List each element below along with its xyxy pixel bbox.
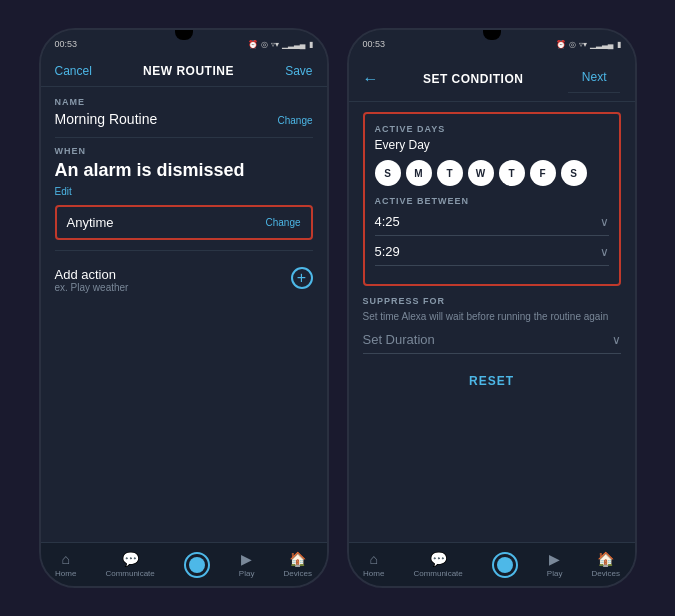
- days-row: S M T W T F S: [375, 160, 609, 186]
- reset-button[interactable]: RESET: [363, 364, 621, 392]
- devices-icon-2: 🏠: [597, 551, 614, 567]
- phone-2: 00:53 ⏰ ◎ ▿▾ ▁▂▃▄ ▮ ← SET CONDITION Next…: [347, 28, 637, 588]
- nav-play-label-1: Play: [239, 569, 255, 578]
- battery-icon-2: ▮: [617, 40, 621, 49]
- alexa-inner-1: [189, 557, 205, 573]
- alarm-text: An alarm is dismissed: [55, 160, 313, 182]
- status-icons-2: ⏰ ◎ ▿▾ ▁▂▃▄ ▮: [556, 40, 621, 49]
- every-day-text: Every Day: [375, 138, 609, 152]
- divider-1: [55, 137, 313, 138]
- day-friday[interactable]: F: [530, 160, 556, 186]
- chevron-down-icon-3: ∨: [612, 333, 621, 347]
- location-icon-2: ◎: [569, 40, 576, 49]
- nav-communicate-1[interactable]: 💬 Communicate: [105, 551, 154, 578]
- nav-play-2[interactable]: ▶ Play: [547, 551, 563, 578]
- screen1-title: NEW ROUTINE: [143, 64, 234, 78]
- home-icon-2: ⌂: [369, 551, 377, 567]
- nav-home-2[interactable]: ⌂ Home: [363, 551, 384, 578]
- active-days-active-between-box: ACTIVE DAYS Every Day S M T W T F S ACTI…: [363, 112, 621, 286]
- time-value-2: 5:29: [375, 244, 400, 259]
- screen2-header: ← SET CONDITION Next: [349, 58, 635, 102]
- set-duration-text: Set Duration: [363, 332, 435, 347]
- name-label: NAME: [55, 97, 313, 107]
- screen2-body: ACTIVE DAYS Every Day S M T W T F S ACTI…: [349, 102, 635, 542]
- suppress-section: SUPPRESS FOR Set time Alexa will wait be…: [363, 296, 621, 354]
- day-thursday[interactable]: T: [499, 160, 525, 186]
- bottom-nav-1: ⌂ Home 💬 Communicate ▶ Play 🏠 Devices: [41, 542, 327, 586]
- day-monday[interactable]: M: [406, 160, 432, 186]
- nav-devices-2[interactable]: 🏠 Devices: [591, 551, 619, 578]
- play-icon-1: ▶: [241, 551, 252, 567]
- name-change-link[interactable]: Change: [277, 115, 312, 126]
- bottom-nav-2: ⌂ Home 💬 Communicate ▶ Play 🏠 Devices: [349, 542, 635, 586]
- screen1-content: NAME Morning Routine Change WHEN An alar…: [41, 87, 327, 586]
- set-duration-row[interactable]: Set Duration ∨: [363, 332, 621, 354]
- battery-icon: ▮: [309, 40, 313, 49]
- communicate-icon-2: 💬: [430, 551, 447, 567]
- nav-alexa-1[interactable]: [184, 552, 210, 578]
- active-between-label: ACTIVE BETWEEN: [375, 196, 609, 206]
- nav-home-label-2: Home: [363, 569, 384, 578]
- day-tuesday[interactable]: T: [437, 160, 463, 186]
- screen1-body: NAME Morning Routine Change WHEN An alar…: [41, 87, 327, 542]
- next-button[interactable]: Next: [568, 64, 621, 93]
- communicate-icon-1: 💬: [122, 551, 139, 567]
- wifi-icon-2: ▿▾: [579, 40, 587, 49]
- add-action-row: Add action ex. Play weather +: [55, 259, 313, 301]
- signal-icon: ▁▂▃▄: [282, 40, 306, 49]
- phone-1: 00:53 ⏰ ◎ ▿▾ ▁▂▃▄ ▮ Cancel NEW ROUTINE S…: [39, 28, 329, 588]
- day-wednesday[interactable]: W: [468, 160, 494, 186]
- nav-alexa-2[interactable]: [492, 552, 518, 578]
- anytime-row[interactable]: Anytime Change: [55, 205, 313, 240]
- suppress-label: SUPPRESS FOR: [363, 296, 621, 306]
- location-icon: ◎: [261, 40, 268, 49]
- cancel-button[interactable]: Cancel: [55, 64, 92, 78]
- add-action-subtitle: ex. Play weather: [55, 282, 129, 293]
- nav-devices-1[interactable]: 🏠 Devices: [283, 551, 311, 578]
- status-icons-1: ⏰ ◎ ▿▾ ▁▂▃▄ ▮: [248, 40, 313, 49]
- add-action-left: Add action ex. Play weather: [55, 267, 129, 293]
- home-icon-1: ⌂: [61, 551, 69, 567]
- alexa-inner-2: [497, 557, 513, 573]
- when-label: WHEN: [55, 146, 313, 156]
- nav-communicate-2[interactable]: 💬 Communicate: [413, 551, 462, 578]
- anytime-change-link[interactable]: Change: [265, 217, 300, 228]
- back-button[interactable]: ←: [363, 70, 379, 88]
- edit-link[interactable]: Edit: [55, 186, 313, 197]
- alarm-icon-2: ⏰: [556, 40, 566, 49]
- screen1-header: Cancel NEW ROUTINE Save: [41, 58, 327, 87]
- nav-devices-label-1: Devices: [283, 569, 311, 578]
- add-action-button[interactable]: +: [291, 267, 313, 289]
- routine-name: Morning Routine: [55, 111, 158, 127]
- chevron-down-icon-1: ∨: [600, 215, 609, 229]
- nav-play-1[interactable]: ▶ Play: [239, 551, 255, 578]
- alarm-icon: ⏰: [248, 40, 258, 49]
- divider-2: [55, 250, 313, 251]
- time-display-1: 00:53: [55, 39, 78, 49]
- chevron-down-icon-2: ∨: [600, 245, 609, 259]
- screen2-content: ACTIVE DAYS Every Day S M T W T F S ACTI…: [349, 102, 635, 586]
- signal-icon-2: ▁▂▃▄: [590, 40, 614, 49]
- day-saturday[interactable]: S: [561, 160, 587, 186]
- nav-home-1[interactable]: ⌂ Home: [55, 551, 76, 578]
- time-row-1[interactable]: 4:25 ∨: [375, 214, 609, 236]
- nav-devices-label-2: Devices: [591, 569, 619, 578]
- screen2-title: SET CONDITION: [423, 72, 524, 86]
- nav-communicate-label-2: Communicate: [413, 569, 462, 578]
- suppress-description: Set time Alexa will wait before running …: [363, 310, 621, 324]
- time-value-1: 4:25: [375, 214, 400, 229]
- add-action-title: Add action: [55, 267, 129, 282]
- nav-communicate-label-1: Communicate: [105, 569, 154, 578]
- time-display-2: 00:53: [363, 39, 386, 49]
- save-button[interactable]: Save: [285, 64, 312, 78]
- anytime-text: Anytime: [67, 215, 114, 230]
- play-icon-2: ▶: [549, 551, 560, 567]
- wifi-icon: ▿▾: [271, 40, 279, 49]
- nav-play-label-2: Play: [547, 569, 563, 578]
- time-row-2[interactable]: 5:29 ∨: [375, 244, 609, 266]
- nav-home-label-1: Home: [55, 569, 76, 578]
- devices-icon-1: 🏠: [289, 551, 306, 567]
- active-days-label: ACTIVE DAYS: [375, 124, 609, 134]
- day-sunday[interactable]: S: [375, 160, 401, 186]
- name-row: Morning Routine Change: [55, 111, 313, 129]
